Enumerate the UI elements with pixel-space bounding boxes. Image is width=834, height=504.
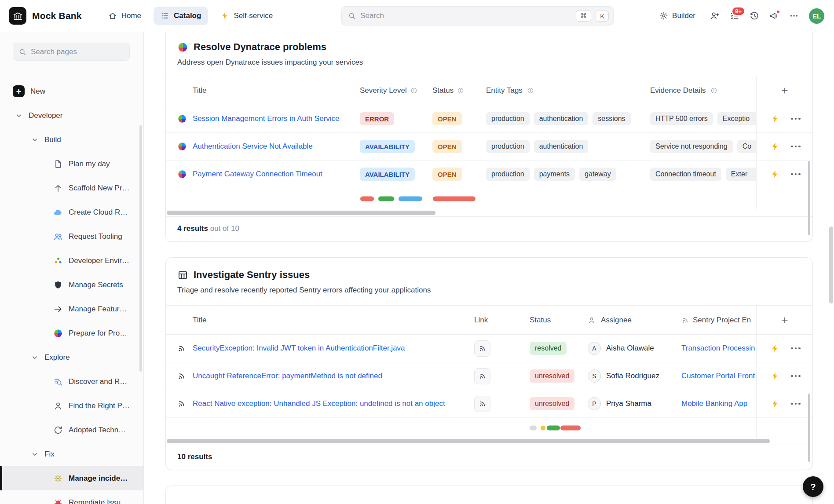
table-vscrollbar[interactable] [808,161,810,235]
run-action-icon[interactable] [771,344,779,353]
run-action-icon[interactable] [771,372,779,380]
sidebar-item-request-tooling[interactable]: Request Tooling [0,224,143,248]
nav-catalog[interactable]: Catalog [154,7,208,25]
info-icon[interactable] [410,87,417,94]
project-link[interactable]: Mobile Banking App [681,399,747,408]
table-row[interactable]: Authentication Service Not Available AVA… [166,133,812,161]
run-action-icon[interactable] [771,114,779,123]
search-input[interactable] [360,11,571,20]
cloud-icon [53,208,63,217]
history-button[interactable] [750,11,759,21]
sidebar-item-plan-my-day[interactable]: Plan my day [0,152,143,176]
chevron-down-icon [15,112,23,120]
sidebar-item-adopted-tech[interactable]: Adopted Techn… [0,418,143,442]
sentry-link-button[interactable] [474,396,490,412]
table-row[interactable]: Payment Gateway Connection Timeout AVAIL… [166,161,812,188]
row-menu-icon[interactable] [791,146,801,148]
sidebar-item-manage-secrets[interactable]: Manage Secrets [0,273,143,297]
table-row[interactable]: Session Management Errors in Auth Servic… [166,105,812,133]
sidebar-search[interactable] [13,43,130,61]
table-row[interactable]: Uncaught ReferenceError: paymentMethod i… [166,362,812,390]
col-assignee[interactable]: Assignee [588,306,681,334]
run-action-icon[interactable] [771,399,779,408]
sidebar-item-prepare-for-production[interactable]: Prepare for Pro… [0,321,143,345]
sidebar-group-label: Explore [44,353,70,362]
add-column-button[interactable] [756,306,812,334]
info-icon[interactable] [457,87,464,94]
run-action-icon[interactable] [771,142,779,151]
sentry-link-button[interactable] [474,368,490,384]
project-link[interactable]: Customer Portal Front [681,372,755,380]
issue-title-link[interactable]: React Native exception: Unhandled JS Exc… [193,399,445,408]
run-action-icon[interactable] [771,170,779,179]
table-hscrollbar[interactable] [166,209,812,216]
builder-button[interactable]: Builder [655,7,700,24]
sidebar-group-developer[interactable]: Developer [0,103,143,128]
col-sentry-project[interactable]: Sentry Project En [681,306,756,334]
table-row[interactable]: SecurityException: Invalid JWT token in … [166,335,812,362]
issue-title-link[interactable]: SecurityException: Invalid JWT token in … [193,344,405,353]
sidebar-item-label: Remediate Issu… [69,498,128,504]
project-link[interactable]: Transaction Processin [681,344,755,353]
col-status[interactable]: Status [432,76,486,105]
refresh-icon [53,425,63,435]
sidebar-search-input[interactable] [31,47,124,56]
col-status[interactable]: Status [530,306,588,334]
table-row[interactable]: React Native exception: Unhandled JS Exc… [166,390,812,418]
sidebar-item-create-cloud[interactable]: Create Cloud R… [0,200,143,224]
row-menu-icon[interactable] [791,403,801,405]
sidebar-group-build[interactable]: Build [0,128,143,152]
main-content: Resolve Dynatrace problems Address open … [144,32,834,504]
row-menu-icon[interactable] [791,173,801,175]
add-column-button[interactable] [756,76,812,105]
sidebar-item-new[interactable]: + New [0,79,143,103]
row-menu-icon[interactable] [791,347,801,350]
card-title: Investigate Sentry issues [194,269,310,281]
tasks-button[interactable]: 9+ [730,11,739,21]
nav-home[interactable]: Home [101,7,148,25]
col-title[interactable]: Title [193,76,360,105]
sidebar-item-manage-incidents[interactable]: Manage incide… [0,466,143,490]
results-footer: 10 results [166,445,812,470]
overflow-menu-button[interactable] [789,11,799,21]
sidebar-scrollbar[interactable] [139,125,142,372]
col-severity[interactable]: Severity Level [360,76,432,105]
sidebar-item-remediate-issues[interactable]: Remediate Issu… [0,490,143,504]
global-search[interactable]: ⌘ K [341,6,614,26]
table-vscrollbar[interactable] [808,394,810,462]
info-icon[interactable] [710,87,717,94]
sidebar-item-scaffold[interactable]: Scaffold New Pr… [0,176,143,200]
invite-user-button[interactable] [710,11,720,21]
user-avatar[interactable]: EL [809,8,824,24]
sidebar-group-fix[interactable]: Fix [0,442,143,466]
sentry-link-button[interactable] [474,340,490,357]
sidebar-group-explore[interactable]: Explore [0,345,143,369]
evidence-pill: Service not responding [650,140,733,153]
col-evidence[interactable]: Evidence Details [650,76,756,105]
help-button[interactable]: ? [803,476,823,497]
col-label: Severity Level [360,86,407,95]
issue-title-link[interactable]: Uncaught ReferenceError: paymentMethod i… [193,372,382,380]
app-logo[interactable] [9,7,26,25]
col-link[interactable]: Link [474,306,530,334]
row-menu-icon[interactable] [791,375,801,377]
sidebar-item-discover[interactable]: Discover and R… [0,369,143,394]
sidebar-item-find-right[interactable]: Find the Right P… [0,394,143,418]
page-scrollbar[interactable] [829,226,833,303]
entity-title-link[interactable]: Payment Gateway Connection Timeout [193,170,322,179]
table-hscrollbar[interactable] [166,438,812,445]
dynatrace-icon [177,114,187,124]
document-icon [53,159,63,169]
entity-title-link[interactable]: Authentication Service Not Available [193,142,313,151]
info-icon[interactable] [527,87,534,94]
col-entity-tags[interactable]: Entity Tags [486,76,650,105]
row-menu-icon[interactable] [791,118,801,120]
sidebar-item-developer-environments[interactable]: Developer Envir… [0,248,143,273]
plus-icon [780,86,789,95]
nav-self-service[interactable]: Self-service [213,7,280,25]
sidebar-item-manage-features[interactable]: Manage Featur… [0,297,143,321]
entity-title-link[interactable]: Session Management Errors in Auth Servic… [193,114,340,123]
assignee-avatar: S [588,369,601,383]
announcements-button[interactable] [769,11,779,21]
col-title[interactable]: Title [193,306,474,334]
